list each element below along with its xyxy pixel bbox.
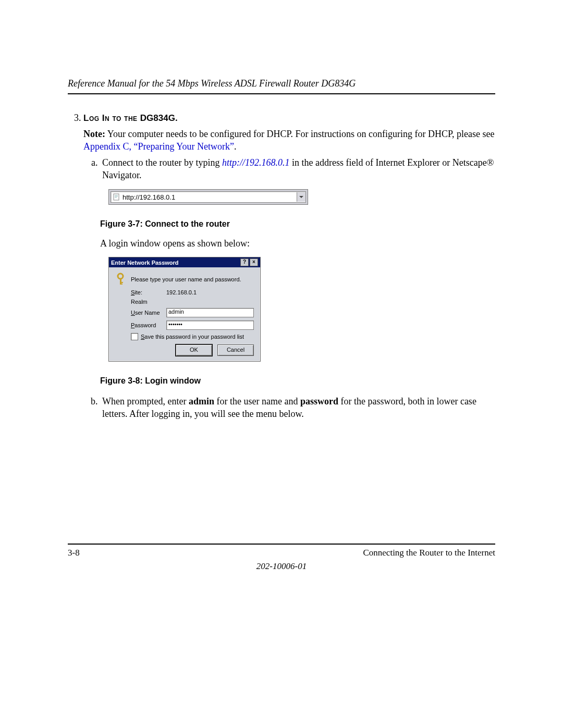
step-3: Log In to the DG834G. Note: Your compute… [83, 113, 495, 421]
dropdown-icon[interactable] [297, 192, 305, 202]
router-url-link[interactable]: http://192.168.0.1 [222, 157, 290, 168]
site-label: Site: [131, 289, 166, 295]
running-header: Reference Manual for the 54 Mbps Wireles… [68, 78, 495, 94]
page-number: 3-8 [68, 548, 80, 558]
password-input[interactable]: ••••••• [166, 320, 254, 330]
step-title: Log In to the DG834G. [83, 113, 495, 124]
page-icon [113, 193, 120, 201]
save-password-label: Save this password in your password list [141, 334, 244, 340]
svg-rect-3 [120, 282, 123, 283]
substep-b: When prompted, enter admin for the user … [100, 395, 495, 421]
dialog-prompt: Please type your user name and password. [131, 276, 241, 282]
appendix-link[interactable]: Appendix C, “Preparing Your Network” [83, 141, 234, 152]
realm-label: Realm [131, 299, 166, 305]
login-intro: A login window opens as shown below: [100, 238, 495, 249]
key-icon [115, 273, 127, 285]
figure-address-bar: http://192.168.0.1 [108, 189, 495, 205]
figure-3-7-caption: Figure 3-7: Connect to the router [100, 219, 495, 229]
close-button[interactable]: × [250, 258, 258, 266]
doc-number: 202-10006-01 [68, 561, 495, 572]
substep-a: Connect to the router by typing http://1… [100, 156, 495, 182]
dialog-titlebar: Enter Network Password ? × [109, 257, 260, 267]
page-footer: 3-8 Connecting the Router to the Interne… [68, 544, 495, 572]
figure-login-dialog: Enter Network Password ? × [108, 257, 495, 362]
dialog-title: Enter Network Password [111, 260, 179, 266]
address-bar-text: http://192.168.0.1 [123, 193, 297, 201]
save-password-checkbox[interactable] [131, 333, 138, 340]
figure-3-8-caption: Figure 3-8: Login window [100, 376, 495, 386]
svg-rect-0 [114, 194, 119, 200]
help-button[interactable]: ? [240, 258, 249, 266]
cancel-button[interactable]: Cancel [217, 344, 254, 356]
svg-rect-2 [120, 279, 121, 284]
note-line: Note: Your computer needs to be configur… [83, 128, 495, 153]
ok-button[interactable]: OK [176, 344, 212, 356]
site-value: 192.168.0.1 [166, 289, 254, 295]
username-label: User Name [131, 310, 166, 316]
svg-point-1 [118, 274, 123, 279]
svg-rect-4 [120, 283, 123, 285]
username-input[interactable]: admin [166, 308, 254, 317]
footer-section: Connecting the Router to the Internet [363, 548, 495, 558]
password-label: Password [131, 322, 166, 328]
address-bar[interactable]: http://192.168.0.1 [111, 191, 306, 203]
